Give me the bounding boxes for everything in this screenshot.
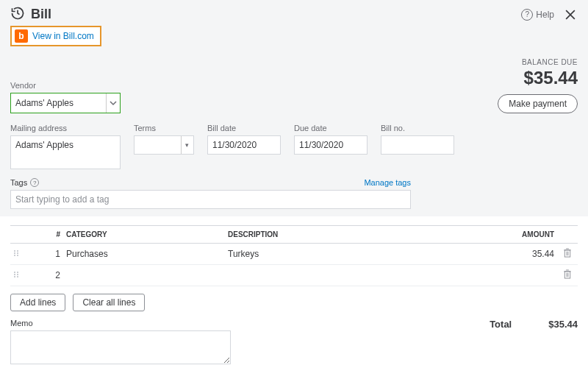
- bill-date-input[interactable]: [207, 135, 281, 155]
- total-value: $35.44: [548, 319, 578, 330]
- terms-label: Terms: [134, 124, 194, 132]
- svg-point-7: [17, 255, 18, 256]
- terms-select[interactable]: ▾: [134, 135, 194, 155]
- drag-handle-icon[interactable]: [10, 244, 26, 265]
- col-header-description: DESCRIPTION: [225, 226, 469, 244]
- view-in-billcom-link[interactable]: b View in Bill.com: [10, 26, 101, 46]
- chevron-down-icon: [106, 93, 119, 113]
- svg-point-4: [14, 252, 15, 254]
- total-label: Total: [490, 319, 512, 330]
- svg-point-16: [17, 274, 18, 275]
- svg-point-18: [17, 276, 18, 277]
- billcom-icon: b: [15, 29, 28, 43]
- caret-down-icon: ▾: [181, 136, 193, 154]
- row-category[interactable]: [63, 265, 225, 286]
- svg-point-15: [14, 274, 15, 275]
- svg-point-2: [14, 250, 15, 252]
- memo-label: Memo: [10, 319, 231, 328]
- col-header-num: #: [26, 226, 63, 244]
- balance-due-amount: $35.44: [498, 68, 578, 88]
- svg-rect-19: [564, 272, 570, 278]
- due-date-label: Due date: [294, 124, 368, 132]
- line-items-table: # CATEGORY DESCRIPTION AMOUNT 1 Purchase…: [10, 225, 578, 286]
- row-description[interactable]: Turkeys: [225, 244, 469, 265]
- table-row[interactable]: 2: [10, 265, 578, 286]
- balance-due-label: BALANCE DUE: [498, 58, 578, 66]
- history-icon[interactable]: [10, 6, 25, 23]
- tags-input[interactable]: [10, 190, 411, 209]
- row-category[interactable]: Purchases: [63, 244, 225, 265]
- bill-no-label: Bill no.: [381, 124, 454, 132]
- header-bar: Bill ? Help: [0, 0, 588, 26]
- row-amount[interactable]: 35.44: [469, 244, 557, 265]
- mailing-address-label: Mailing address: [10, 124, 121, 132]
- svg-point-13: [14, 272, 15, 273]
- memo-input[interactable]: [10, 330, 231, 364]
- tags-info-icon[interactable]: ?: [30, 178, 39, 187]
- svg-point-5: [17, 252, 18, 254]
- svg-point-17: [14, 276, 15, 277]
- view-in-billcom-label: View in Bill.com: [32, 31, 94, 41]
- delete-row-icon[interactable]: [557, 265, 578, 286]
- tags-label: Tags: [10, 178, 27, 187]
- make-payment-button[interactable]: Make payment: [498, 94, 578, 113]
- row-num: 1: [26, 244, 63, 265]
- row-num: 2: [26, 265, 63, 286]
- bill-no-input[interactable]: [381, 135, 454, 155]
- vendor-label: Vendor: [10, 81, 121, 90]
- vendor-select[interactable]: Adams' Apples: [10, 93, 121, 113]
- svg-rect-8: [564, 250, 570, 257]
- delete-row-icon[interactable]: [557, 244, 578, 265]
- help-link[interactable]: ? Help: [521, 9, 554, 21]
- due-date-input[interactable]: [294, 135, 368, 155]
- vendor-value: Adams' Apples: [15, 98, 74, 108]
- table-row[interactable]: 1 Purchases Turkeys 35.44: [10, 244, 578, 265]
- add-lines-button[interactable]: Add lines: [10, 294, 65, 311]
- svg-point-3: [17, 250, 18, 252]
- row-description[interactable]: [225, 265, 469, 286]
- bill-date-label: Bill date: [207, 124, 281, 132]
- help-icon: ?: [521, 9, 533, 21]
- help-label: Help: [536, 10, 554, 20]
- close-icon[interactable]: [563, 7, 578, 22]
- manage-tags-link[interactable]: Manage tags: [364, 178, 411, 187]
- svg-point-14: [17, 272, 18, 273]
- col-header-category: CATEGORY: [63, 226, 225, 244]
- page-title: Bill: [31, 7, 51, 22]
- drag-handle-icon[interactable]: [10, 265, 26, 286]
- mailing-address-input[interactable]: Adams' Apples: [10, 135, 121, 169]
- col-header-amount: AMOUNT: [469, 226, 557, 244]
- clear-all-lines-button[interactable]: Clear all lines: [73, 294, 145, 311]
- row-amount[interactable]: [469, 265, 557, 286]
- svg-point-6: [14, 255, 15, 256]
